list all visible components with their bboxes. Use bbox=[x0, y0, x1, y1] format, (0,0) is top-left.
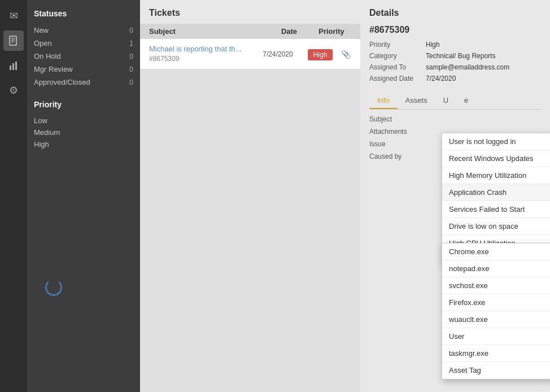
details-panel: Details #8675309 Priority High Category … bbox=[360, 0, 550, 392]
tab-u[interactable]: U bbox=[435, 93, 456, 109]
dropdown-item-0[interactable]: User is not logged in bbox=[442, 133, 550, 150]
assigned-date-value: 7/24/2020 bbox=[426, 75, 541, 82]
column-date: Date bbox=[267, 27, 312, 36]
caused-dropdown-item-0[interactable]: Chrome.exe bbox=[442, 243, 550, 260]
chart-icon[interactable] bbox=[3, 55, 24, 76]
svg-rect-5 bbox=[12, 63, 14, 70]
tickets-header: Tickets bbox=[140, 0, 360, 24]
attachments-field-label: Attachments bbox=[369, 128, 420, 136]
column-priority: Priority bbox=[312, 27, 351, 36]
ticket-attachment-icon: 📎 bbox=[340, 50, 351, 59]
sidebar: ✉ ⚙ bbox=[0, 0, 27, 392]
dropdown-item-1[interactable]: Recent Windows Updates bbox=[442, 150, 550, 167]
priority-filter-medium[interactable]: Medium bbox=[34, 127, 133, 138]
priority-title: Priority bbox=[34, 100, 133, 109]
dropdown-item-3[interactable]: Application Crash bbox=[442, 184, 550, 201]
document-icon[interactable] bbox=[3, 31, 24, 51]
caused-dropdown-item-5[interactable]: User bbox=[442, 328, 550, 345]
caused-dropdown-item-1[interactable]: notepad.exe bbox=[442, 260, 550, 277]
svg-rect-0 bbox=[10, 36, 16, 45]
ticket-priority-cell: High bbox=[300, 49, 340, 59]
left-panel: Statuses New 0 Open 1 On Hold 0 Mgr Revi… bbox=[27, 0, 140, 392]
priority-badge: High bbox=[308, 49, 333, 60]
dropdown-item-4[interactable]: Services Failed to Start bbox=[442, 201, 550, 218]
subject-field-label: Subject bbox=[369, 115, 420, 123]
issue-field-label: Issue bbox=[369, 140, 420, 148]
assigned-to-value: sample@emailaddress.com bbox=[426, 63, 541, 71]
assigned-date-label: Assigned Date bbox=[369, 75, 426, 82]
caused-dropdown-item-4[interactable]: wuauclt.exe bbox=[442, 311, 550, 328]
table-row[interactable]: Michael is reporting that th... #8675309… bbox=[140, 39, 360, 69]
dropdown-item-2[interactable]: High Memory Utilization bbox=[442, 167, 550, 184]
category-value: Technical/ Bug Reports bbox=[426, 52, 541, 60]
detail-tabs: Info Assets U e bbox=[369, 93, 541, 110]
ticket-number: #8675309 bbox=[369, 25, 541, 35]
gear-icon[interactable]: ⚙ bbox=[3, 80, 24, 101]
column-subject: Subject bbox=[149, 27, 267, 36]
status-filter-new[interactable]: New 0 bbox=[34, 24, 133, 37]
caused-by-field-label: Caused by bbox=[369, 153, 420, 160]
priority-label: Priority bbox=[369, 41, 426, 49]
tab-info[interactable]: Info bbox=[369, 93, 398, 109]
details-header: Details bbox=[369, 8, 541, 18]
status-filter-open[interactable]: Open 1 bbox=[34, 37, 133, 50]
status-filter-onhold[interactable]: On Hold 0 bbox=[34, 50, 133, 63]
tickets-panel: Tickets Subject Date Priority Michael is… bbox=[140, 0, 360, 392]
assigned-to-label: Assigned To bbox=[369, 63, 426, 71]
tickets-table-header: Subject Date Priority bbox=[140, 24, 360, 39]
category-label: Category bbox=[369, 52, 426, 60]
tickets-empty-area bbox=[140, 69, 360, 392]
caused-dropdown-item-7[interactable]: Asset Tag bbox=[442, 362, 550, 379]
priority-value: High bbox=[426, 41, 541, 49]
status-filter-approved[interactable]: Approved/Closed 0 bbox=[34, 76, 133, 89]
status-filter-mgrreview[interactable]: Mgr Review 0 bbox=[34, 63, 133, 76]
caused-dropdown-item-2[interactable]: svchost.exe bbox=[442, 277, 550, 294]
ticket-subject-link[interactable]: Michael is reporting that th... bbox=[149, 45, 255, 53]
statuses-title: Statuses bbox=[34, 9, 133, 18]
ticket-date: 7/24/2020 bbox=[255, 50, 300, 58]
tab-assets[interactable]: Assets bbox=[398, 93, 435, 109]
svg-rect-6 bbox=[15, 62, 17, 70]
caused-dropdown-item-6[interactable]: taskmgr.exe bbox=[442, 345, 550, 362]
caused-by-dropdown[interactable]: Chrome.exe notepad.exe svchost.exe Firef… bbox=[442, 243, 550, 380]
priority-filter-low[interactable]: Low bbox=[34, 115, 133, 127]
dropdown-item-5[interactable]: Drive is low on space bbox=[442, 218, 550, 235]
caused-dropdown-item-3[interactable]: Firefox.exe bbox=[442, 294, 550, 311]
ticket-id: #8675309 bbox=[149, 55, 179, 63]
svg-rect-4 bbox=[10, 66, 11, 70]
priority-filter-high[interactable]: High bbox=[34, 138, 133, 150]
tab-e[interactable]: e bbox=[456, 93, 476, 109]
inbox-icon[interactable]: ✉ bbox=[3, 6, 24, 26]
